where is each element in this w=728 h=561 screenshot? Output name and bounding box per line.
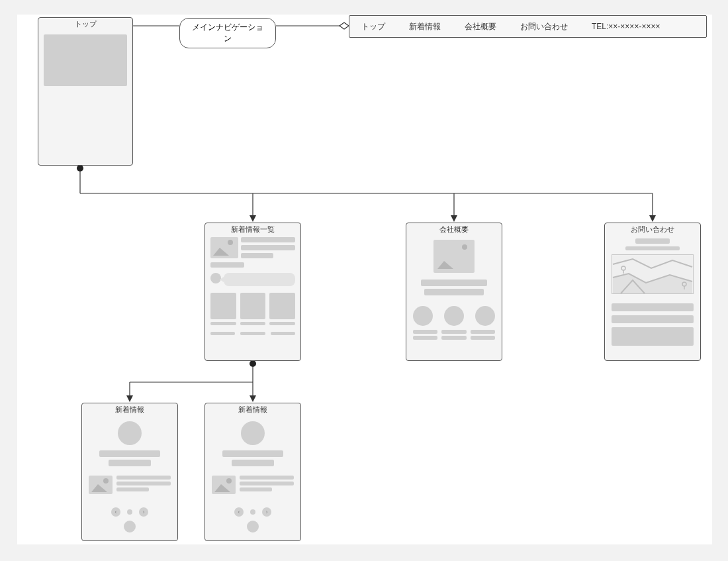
outer-frame: トップ メインナビゲーション トップ 新着情報 会社概要 お問い合わせ TEL:…: [0, 0, 728, 561]
svg-point-2: [77, 165, 83, 172]
node-news-list-title: 新着情報一覧: [205, 223, 300, 237]
nav-item-tel: TEL:××-××××-××××: [580, 22, 672, 31]
nav-item-news[interactable]: 新着情報: [397, 21, 453, 32]
node-company[interactable]: 会社概要: [406, 223, 502, 361]
svg-point-11: [250, 360, 256, 367]
svg-marker-8: [451, 215, 457, 222]
company-image-placeholder: [433, 240, 475, 273]
map-placeholder: [612, 254, 694, 294]
node-contact-title: お問い合わせ: [605, 223, 700, 237]
node-company-title: 会社概要: [406, 223, 502, 237]
node-news-detail-b[interactable]: 新着情報 ‹ ›: [205, 403, 301, 541]
avatar-icon: [124, 521, 136, 533]
main-nav-bar: トップ 新着情報 会社概要 お問い合わせ TEL:××-××××-××××: [349, 15, 707, 38]
node-news-detail-b-title: 新着情報: [205, 403, 300, 417]
svg-point-18: [621, 266, 625, 270]
svg-marker-6: [250, 215, 256, 222]
circle-icon: [413, 306, 433, 326]
main-navigation-label: メインナビゲーション: [179, 18, 276, 48]
nav-item-company[interactable]: 会社概要: [453, 21, 508, 32]
chevron-right-icon[interactable]: ›: [139, 507, 148, 517]
main-navigation-label-text: メインナビゲーション: [192, 23, 263, 43]
circle-icon: [475, 306, 495, 326]
svg-marker-17: [250, 395, 256, 402]
placeholder-hero: [44, 34, 127, 86]
svg-marker-15: [126, 395, 133, 402]
thumb-image-placeholder: [89, 476, 113, 494]
node-news-detail-a-title: 新着情報: [82, 403, 177, 417]
avatar-icon: [118, 421, 142, 445]
circle-icon: [444, 306, 464, 326]
node-contact[interactable]: お問い合わせ: [604, 223, 701, 361]
thumb-image-placeholder: [210, 237, 238, 258]
nav-item-contact[interactable]: お問い合わせ: [508, 21, 580, 32]
node-news-detail-a[interactable]: 新着情報 ‹ ›: [81, 403, 178, 541]
node-news-list[interactable]: 新着情報一覧: [205, 223, 301, 361]
node-top[interactable]: トップ: [38, 17, 133, 166]
avatar-icon: [241, 421, 265, 445]
nav-item-top[interactable]: トップ: [349, 21, 397, 32]
svg-marker-10: [649, 215, 656, 222]
chevron-right-icon[interactable]: ›: [262, 507, 271, 517]
chevron-left-icon[interactable]: ‹: [111, 507, 120, 517]
chevron-left-icon[interactable]: ‹: [234, 507, 244, 517]
diagram-canvas: トップ メインナビゲーション トップ 新着情報 会社概要 お問い合わせ TEL:…: [17, 15, 712, 544]
node-top-title: トップ: [38, 18, 132, 32]
thumb-image-placeholder: [212, 476, 236, 494]
avatar-icon: [247, 521, 259, 533]
